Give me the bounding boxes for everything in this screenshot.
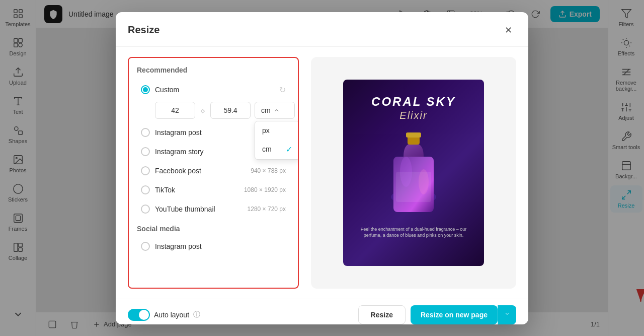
modal-footer: Auto layout ⓘ Resize Resize on new page [116,299,528,334]
tiktok-size: 1080 × 1920 px [244,186,286,193]
tiktok-label: TikTok [155,186,239,194]
refresh-icon: ↻ [279,85,286,95]
resize-options-panel: Recommended Custom ↻ [128,57,299,289]
chevron-up-icon [274,107,280,113]
auto-layout-label: Auto layout [154,311,189,319]
unit-px-label: px [262,126,270,135]
tiktok-radio[interactable] [141,185,150,194]
facebook-post-label: Facebook post [155,167,246,175]
modal-overlay: Resize ✕ Recommended Custom ↻ [0,0,644,336]
instagram-story-radio[interactable] [141,147,150,156]
option-youtube-thumbnail[interactable]: YouTube thumbnail 1280 × 720 px [137,199,290,219]
modal-body: Recommended Custom ↻ [116,47,528,299]
youtube-thumbnail-label: YouTube thumbnail [155,205,243,213]
resize-new-dropdown-btn[interactable] [498,305,516,324]
svg-point-55 [419,169,429,194]
social-media-section-title: Social media [137,225,290,233]
youtube-thumbnail-size: 1280 × 720 px [248,206,286,213]
resize-new-group: Resize on new page [411,305,516,324]
stepper-icon [199,107,206,114]
facebook-post-radio[interactable] [141,166,150,175]
dim-separator [199,107,206,114]
custom-dimensions-row: cm px cm ✓ [137,100,290,123]
svg-point-54 [400,157,412,187]
resize-on-new-page-button[interactable]: Resize on new page [411,305,498,324]
auto-layout-switch[interactable] [128,309,150,321]
facebook-post-size: 940 × 788 px [251,167,286,174]
footer-buttons: Resize Resize on new page [358,305,516,324]
custom-label: Custom [155,86,274,94]
unit-option-cm[interactable]: cm ✓ [255,140,299,159]
social-instagram-post-radio[interactable] [141,242,150,251]
unit-dropdown: px cm ✓ [255,121,299,160]
svg-rect-51 [408,137,420,145]
option-tiktok[interactable]: TikTok 1080 × 1920 px [137,180,290,199]
perfume-bottle-svg [378,121,449,222]
unit-option-px[interactable]: px [255,121,299,140]
unit-button[interactable]: cm [255,102,295,119]
width-input[interactable] [155,102,195,119]
resize-on-new-page-label: Resize on new page [421,311,488,319]
modal-title: Resize [128,24,159,36]
recommended-section-title: Recommended [137,66,290,74]
bottle-preview [378,121,449,222]
option-social-instagram-post[interactable]: Instagram post [137,237,290,256]
preview-title2: Elixir [399,110,427,121]
resize-button[interactable]: Resize [358,305,406,324]
height-input[interactable] [210,102,251,119]
modal-header: Resize ✕ [116,12,528,47]
unit-selector[interactable]: cm px cm ✓ [255,102,295,119]
modal-close-button[interactable]: ✕ [500,22,516,38]
auto-layout-toggle: Auto layout ⓘ [128,309,200,321]
unit-cm-label: cm [262,145,272,153]
preview-title1: CORAL SKY [371,95,456,109]
preview-panel: CORAL SKY Elixir [311,57,516,289]
preview-caption: Feel the enchantment of a dual-hued frag… [353,226,474,239]
svg-rect-52 [406,132,421,138]
auto-layout-info-icon[interactable]: ⓘ [193,310,200,319]
option-custom[interactable]: Custom ↻ [137,80,290,100]
custom-radio[interactable] [141,85,150,94]
chevron-down-icon [504,311,510,317]
youtube-thumbnail-radio[interactable] [141,205,150,214]
preview-image: CORAL SKY Elixir [343,80,484,266]
social-instagram-post-label: Instagram post [155,242,286,250]
unit-check-icon: ✓ [286,145,292,154]
resize-modal: Resize ✕ Recommended Custom ↻ [116,12,528,324]
instagram-post-radio[interactable] [141,128,150,137]
unit-label: cm [261,106,271,114]
option-facebook-post[interactable]: Facebook post 940 × 788 px [137,161,290,180]
